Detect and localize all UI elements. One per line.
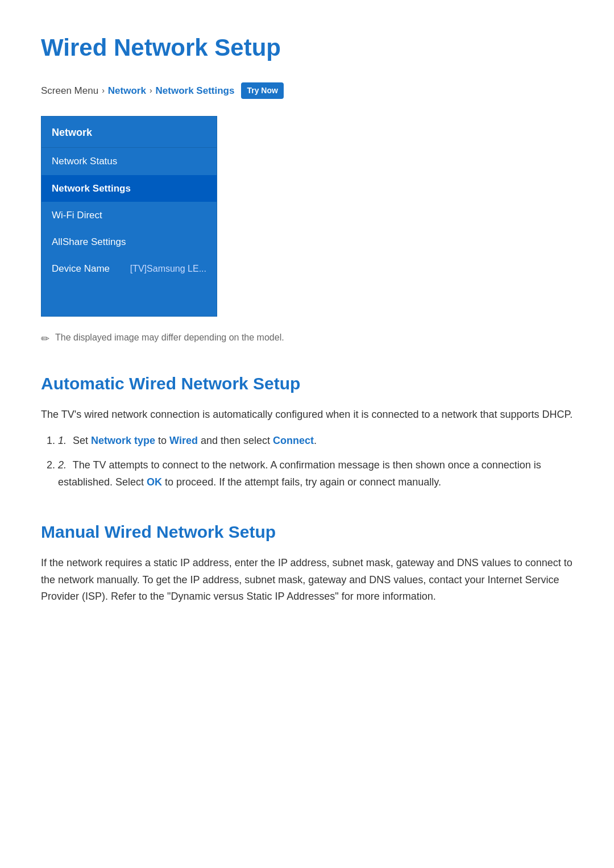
- section-auto-title: Automatic Wired Network Setup: [41, 370, 573, 397]
- breadcrumb-separator-1: ›: [102, 84, 105, 97]
- highlight-wired: Wired: [169, 435, 198, 446]
- breadcrumb-separator-2: ›: [150, 84, 152, 97]
- breadcrumb-network-settings[interactable]: Network Settings: [156, 83, 235, 98]
- section-manual-title: Manual Wired Network Setup: [41, 518, 573, 546]
- section-manual-body: If the network requires a static IP addr…: [41, 555, 573, 605]
- menu-item-wifi-direct[interactable]: Wi-Fi Direct: [42, 202, 217, 229]
- note-text: The displayed image may differ depending…: [55, 330, 284, 345]
- section-auto-intro: The TV's wired network connection is aut…: [41, 406, 573, 423]
- section-automatic: Automatic Wired Network Setup The TV's w…: [41, 370, 573, 491]
- section-manual: Manual Wired Network Setup If the networ…: [41, 518, 573, 605]
- menu-item-device-name[interactable]: Device Name [TV]Samsung LE...: [42, 255, 217, 282]
- note-row: ✏ The displayed image may differ dependi…: [41, 330, 573, 347]
- page-title: Wired Network Setup: [41, 28, 573, 67]
- menu-item-network-settings[interactable]: Network Settings: [42, 175, 217, 202]
- breadcrumb-screen-menu: Screen Menu: [41, 83, 98, 98]
- menu-spacer: [42, 282, 217, 316]
- pencil-icon: ✏: [41, 331, 49, 347]
- step-1: 1. Set Network type to Wired and then se…: [58, 433, 573, 450]
- breadcrumb-network[interactable]: Network: [108, 83, 146, 98]
- highlight-connect: Connect: [273, 435, 314, 446]
- network-menu-panel: Network Network Status Network Settings …: [41, 116, 217, 317]
- menu-header: Network: [42, 117, 217, 148]
- highlight-network-type: Network type: [91, 435, 155, 446]
- step-1-number: 1.: [58, 435, 67, 446]
- step-2-number: 2.: [58, 459, 67, 471]
- step-2: 2. The TV attempts to connect to the net…: [58, 457, 573, 491]
- try-now-badge[interactable]: Try Now: [241, 82, 283, 98]
- steps-list: 1. Set Network type to Wired and then se…: [58, 433, 573, 491]
- menu-item-network-status[interactable]: Network Status: [42, 148, 217, 175]
- menu-item-allshare-settings[interactable]: AllShare Settings: [42, 229, 217, 255]
- breadcrumb: Screen Menu › Network › Network Settings…: [41, 82, 573, 98]
- highlight-ok: OK: [147, 476, 162, 488]
